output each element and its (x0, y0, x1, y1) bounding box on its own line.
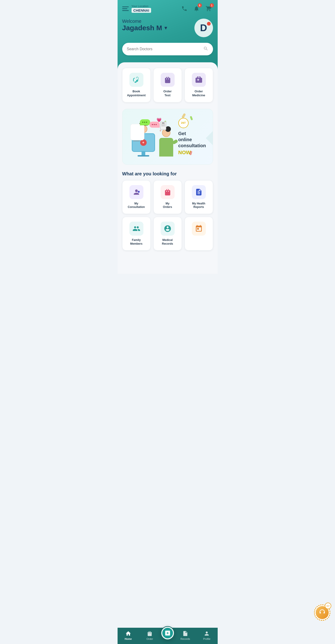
quick-actions: Book Appointment Order Test Orde (122, 68, 213, 102)
clipboard-icon (160, 122, 166, 130)
lookup-icon-6-wrap (192, 222, 206, 236)
order-medicine-icon-wrap (192, 73, 206, 87)
patient-body (159, 138, 173, 156)
header-left: Your Location CHENNAI (122, 5, 151, 13)
notification-button[interactable]: 9 (192, 4, 201, 13)
monitor-base (138, 155, 149, 156)
monitor-cross: + (140, 139, 147, 146)
medical-records-icon (164, 225, 172, 232)
family-icon (132, 225, 140, 232)
orders-icon (164, 188, 172, 196)
chat-bubble-1 (140, 119, 150, 125)
menu-button[interactable] (122, 6, 129, 11)
my-consultation-icon-wrap (129, 185, 143, 199)
welcome-text: Welcome Jagadesh M ▼ (122, 18, 168, 32)
my-health-reports-icon-wrap (192, 185, 206, 199)
logo-dot (207, 22, 211, 26)
stethoscope-icon (132, 76, 140, 84)
health-reports-icon (195, 188, 203, 196)
order-test-card[interactable]: Order Test (153, 68, 182, 102)
welcome-area: Welcome Jagadesh M ▼ D (122, 18, 213, 37)
banner-text-area: 24/7 Get online consultation NOW (176, 118, 208, 156)
phone-icon (181, 6, 187, 12)
family-members-label: Family Members (130, 238, 142, 246)
greeting-text: Welcome (122, 18, 168, 24)
medical-records-card[interactable]: Medical Records (153, 217, 182, 250)
test-bag-icon (164, 76, 172, 84)
patient-figure (159, 128, 173, 156)
location-area[interactable]: Your Location CHENNAI (132, 5, 151, 13)
book-appointment-card[interactable]: Book Appointment (122, 68, 151, 102)
banner-illustration: + (127, 115, 176, 159)
location-name: CHENNAI (132, 8, 151, 13)
logo-area: D (194, 18, 213, 37)
family-members-icon-wrap (129, 222, 143, 236)
search-input[interactable] (127, 47, 200, 51)
my-orders-card[interactable]: My Orders (153, 180, 182, 214)
family-members-card[interactable]: Family Members (122, 217, 151, 250)
order-medicine-card[interactable]: Order Medicine (185, 68, 213, 102)
medical-records-label: Medical Records (162, 238, 173, 246)
my-orders-icon-wrap (161, 185, 175, 199)
triangle-decoration (206, 131, 213, 145)
order-test-icon-wrap (161, 73, 175, 87)
chevron-down-icon: ▼ (163, 25, 168, 31)
doctor-body (128, 124, 147, 140)
location-label: Your Location (132, 5, 151, 8)
my-consultation-label: My Consultation (128, 202, 145, 209)
book-appointment-label: Book Appointment (127, 90, 146, 98)
order-medicine-label: Order Medicine (192, 90, 205, 98)
lookup-card-6[interactable] (185, 217, 213, 250)
promo-banner[interactable]: + (122, 109, 213, 165)
my-orders-label: My Orders (163, 202, 172, 209)
badge-247: 24/7 (178, 118, 189, 128)
top-bar: Your Location CHENNAI 9 1 (122, 4, 213, 13)
medical-records-icon-wrap (161, 222, 175, 236)
monitor-stand (142, 152, 145, 155)
app-logo: D (194, 18, 213, 37)
phone-button[interactable] (180, 4, 189, 13)
my-consultation-card[interactable]: My Consultation (122, 180, 151, 214)
stethoscope (133, 141, 140, 141)
search-icon[interactable] (203, 46, 208, 52)
my-health-reports-label: My Health Reports (192, 202, 205, 209)
lookup-grid: My Consultation My Orders My Hea (122, 180, 213, 250)
user-name[interactable]: Jagadesh M ▼ (122, 24, 168, 32)
section-title: What are you looking for (122, 171, 213, 176)
book-appointment-icon-wrap (129, 73, 143, 87)
my-health-reports-card[interactable]: My Health Reports (185, 180, 213, 214)
notification-badge: 9 (198, 3, 202, 8)
cart-button[interactable]: 1 (204, 4, 213, 13)
search-bar[interactable] (122, 43, 213, 55)
header-icons: 9 1 (180, 4, 213, 13)
calendar-icon (195, 225, 203, 232)
banner-highlight: NOW (178, 150, 208, 156)
main-content: Book Appointment Order Test Orde (118, 62, 218, 274)
cart-badge: 1 (210, 3, 214, 8)
svg-point-0 (138, 191, 140, 193)
chat-bubble-2 (149, 122, 160, 128)
consultation-icon (132, 188, 140, 196)
order-test-label: Order Test (163, 90, 172, 98)
banner-title: Get online consultation (178, 130, 208, 148)
medicine-bag-icon (195, 76, 203, 84)
